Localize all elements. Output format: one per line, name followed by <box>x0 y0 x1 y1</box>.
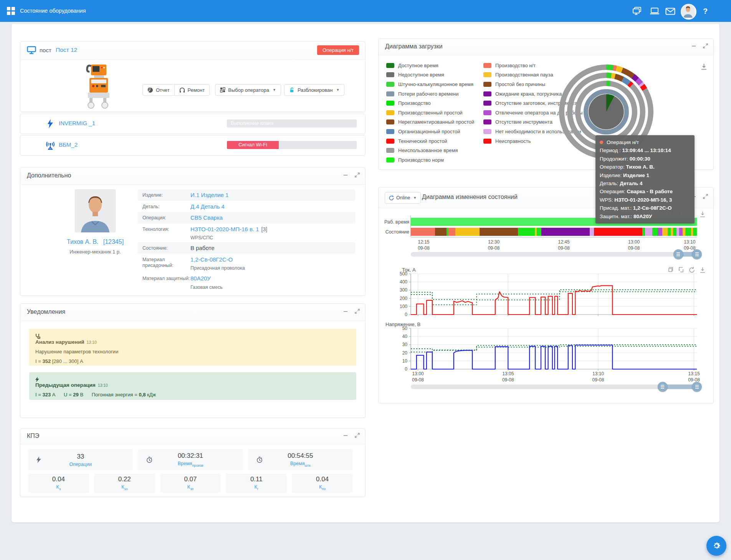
report-button[interactable]: Отчет <box>142 84 175 96</box>
state-segment[interactable] <box>518 228 535 236</box>
legend-swatch <box>386 110 394 115</box>
legend-swatch <box>483 82 491 87</box>
state-segment[interactable] <box>652 228 658 236</box>
operator-name-link[interactable]: Тихов А. В. <box>67 239 98 245</box>
device-row-vbm[interactable]: ВБМ_2 Сигнал Wi-Fi <box>20 135 366 156</box>
user-avatar[interactable] <box>681 4 696 20</box>
mail-icon[interactable] <box>665 5 676 17</box>
state-segment[interactable] <box>645 228 652 236</box>
legend-item[interactable]: Доступное время <box>386 61 474 70</box>
kpi-label[interactable]: Времяштк <box>290 461 311 467</box>
state-segment[interactable] <box>411 228 435 236</box>
expand-icon[interactable] <box>355 172 360 177</box>
download-icon[interactable] <box>700 267 706 273</box>
charts-range-slider[interactable] <box>411 384 697 389</box>
state-segment[interactable] <box>455 228 480 236</box>
field-sub-value: Присадочная проволока <box>190 265 245 271</box>
kpi-label[interactable]: Операции <box>69 462 91 467</box>
state-segment[interactable] <box>594 228 642 236</box>
kpi-label[interactable]: Кзп <box>187 484 194 491</box>
field-value[interactable]: СВ5 Сварка <box>190 214 223 222</box>
state-segment[interactable] <box>668 228 670 236</box>
collapse-icon[interactable] <box>343 433 348 438</box>
operator-id[interactable]: [12345] <box>103 239 124 245</box>
monitors-icon[interactable] <box>632 5 643 17</box>
y-tick-label: 200 <box>400 296 407 301</box>
state-segment[interactable] <box>448 228 455 236</box>
axis-tick-label: 13:0009-08 <box>620 239 647 251</box>
state-segment[interactable] <box>676 228 679 236</box>
state-segment[interactable] <box>658 228 662 236</box>
legend-swatch <box>386 82 394 87</box>
state-segment[interactable] <box>679 228 683 236</box>
field-value[interactable]: Д.4 Деталь 4 <box>190 203 225 210</box>
collapse-icon[interactable] <box>343 172 348 177</box>
expand-icon[interactable] <box>355 433 360 438</box>
collapse-icon[interactable] <box>691 43 696 48</box>
legend-item[interactable]: Недоступное время <box>386 70 474 80</box>
timeline-range-slider[interactable] <box>411 252 697 257</box>
legend-item[interactable]: Технический простой <box>386 136 474 146</box>
expand-icon[interactable] <box>703 194 708 199</box>
state-segment[interactable] <box>480 228 518 236</box>
state-segment[interactable] <box>673 228 676 236</box>
download-icon[interactable] <box>701 63 707 70</box>
kpi-card: КПЭ 33Операции00:32:31Времяпроизв00:54:5… <box>20 428 366 497</box>
online-mode-button[interactable]: Online▼ <box>385 192 421 204</box>
status-badge: Операция н/т <box>317 45 359 55</box>
download-icon[interactable] <box>700 211 706 217</box>
state-segment[interactable] <box>590 228 594 236</box>
expand-icon[interactable] <box>355 309 360 314</box>
voltage-chart-svg[interactable]: 01020304050 <box>387 325 698 372</box>
slider-handle[interactable] <box>692 249 702 259</box>
field-label: Деталь: <box>142 203 190 210</box>
legend-swatch <box>483 101 491 106</box>
device-name-link[interactable]: ВБМ_2 <box>59 141 78 148</box>
state-timeline-bar[interactable] <box>411 228 697 236</box>
legend-item[interactable]: Производство норм <box>386 155 474 165</box>
legend-item[interactable]: Штучно-калькуляционное время <box>386 80 474 89</box>
laptop-icon[interactable] <box>649 5 660 17</box>
kpi-label[interactable]: Кэ <box>56 484 61 491</box>
expand-icon[interactable] <box>703 43 708 48</box>
field-value[interactable]: И.1 Изделие 1 <box>190 191 228 199</box>
state-segment[interactable] <box>541 228 590 236</box>
legend-item[interactable]: Производство <box>386 98 474 108</box>
state-segment[interactable] <box>642 228 645 236</box>
field-value[interactable]: 80А20У <box>190 275 223 282</box>
legend-swatch <box>386 63 394 68</box>
state-segment[interactable] <box>435 228 447 236</box>
kpi-label[interactable]: Кпо <box>319 484 326 491</box>
legend-item[interactable]: Потери рабочего времени <box>386 89 474 99</box>
operator-select-button[interactable]: Выбор оператора▼ <box>215 84 281 96</box>
help-icon[interactable]: ? <box>700 5 711 17</box>
legend-item[interactable]: Нерегламентированный простой <box>386 118 474 127</box>
post-name-link[interactable]: Пост 12 <box>56 46 77 53</box>
legend-item[interactable]: Организационный простой <box>386 127 474 136</box>
device-row-invermig[interactable]: INVERMIG _1 Выполнение плана <box>20 114 366 134</box>
legend-item[interactable]: Неиспользованное время <box>386 146 474 155</box>
legend-swatch <box>386 148 394 153</box>
state-segment[interactable] <box>685 228 691 236</box>
state-segment[interactable] <box>683 228 685 236</box>
repair-button[interactable]: Ремонт <box>175 84 210 96</box>
legend-item[interactable]: Производственный простой <box>386 108 474 118</box>
settings-fab[interactable] <box>706 536 726 556</box>
current-chart-svg[interactable]: 0100200300400500 <box>387 271 698 318</box>
slider-handle[interactable] <box>658 382 668 392</box>
slider-handle[interactable] <box>673 249 683 259</box>
kpi-label[interactable]: Времяпроизв <box>178 461 203 467</box>
kpi-label[interactable]: Кзэ <box>121 484 127 491</box>
field-value[interactable]: 1,2-Св-08Г2С-О <box>190 256 245 263</box>
state-segment[interactable] <box>662 228 668 236</box>
unlock-button[interactable]: Разблокирован▼ <box>284 84 344 96</box>
apps-grid-icon[interactable] <box>7 7 15 15</box>
state-segment[interactable] <box>693 228 697 236</box>
field-value[interactable]: НЗТО-01-2020-МП-16 в. 1[3] <box>190 225 267 233</box>
legend-label: Неисправность <box>495 138 531 144</box>
state-segment[interactable] <box>537 228 541 236</box>
kpi-label[interactable]: Кг <box>254 484 258 491</box>
collapse-icon[interactable] <box>343 309 348 314</box>
device-name-link[interactable]: INVERMIG _1 <box>59 120 95 126</box>
slider-handle[interactable] <box>692 382 702 392</box>
